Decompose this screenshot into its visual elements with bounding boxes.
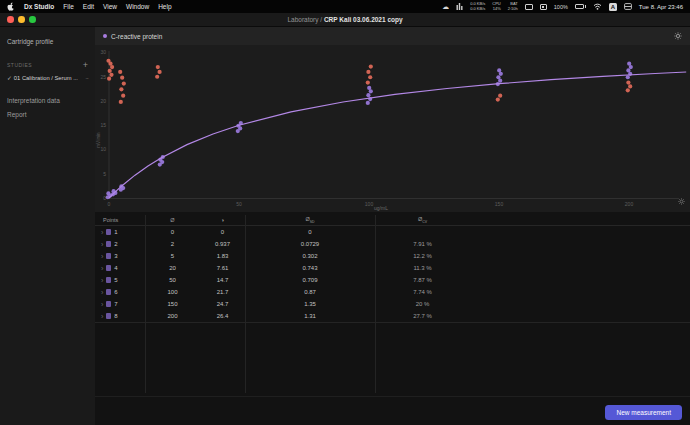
signal-value: 21.7 xyxy=(200,289,245,295)
column-rule xyxy=(375,215,376,393)
cv-value: 7.87 % xyxy=(375,277,470,283)
display-icon[interactable] xyxy=(525,4,533,10)
expand-chevron-icon[interactable]: › xyxy=(101,253,103,260)
menu-help[interactable]: Help xyxy=(158,3,171,10)
spaces-icon[interactable] xyxy=(624,3,632,11)
sd-value: 0.302 xyxy=(245,253,375,259)
calibration-curve xyxy=(109,72,686,198)
concentration-value: 150 xyxy=(145,301,200,307)
expand-chevron-icon[interactable]: › xyxy=(101,289,103,296)
point-cell[interactable]: ›3 xyxy=(95,253,145,260)
zoom-window-button[interactable] xyxy=(29,16,36,23)
point-cell[interactable]: ›4 xyxy=(95,265,145,272)
point-number: 3 xyxy=(114,253,117,259)
sidebar-item-report[interactable]: Report xyxy=(7,111,88,118)
axis-settings-gear-icon[interactable] xyxy=(678,191,685,209)
data-point-flagged xyxy=(121,94,125,98)
menu-view[interactable]: View xyxy=(103,3,117,10)
menu-edit[interactable]: Edit xyxy=(83,3,94,10)
equalizer-icon[interactable] xyxy=(456,3,463,11)
table-row[interactable]: ›610021.70.877.74 % xyxy=(95,286,690,298)
cpu-stats[interactable]: CPU 14% xyxy=(492,2,500,12)
expand-chevron-icon[interactable]: › xyxy=(101,229,103,236)
concentration-value: 0 xyxy=(145,229,200,235)
y-tick-label: 30 xyxy=(100,49,106,55)
data-point-accepted xyxy=(366,93,370,97)
expand-chevron-icon[interactable]: › xyxy=(101,301,103,308)
sd-value: 1.31 xyxy=(245,313,375,319)
data-point-flagged xyxy=(155,75,159,79)
table-row[interactable]: ›351.830.30212.2 % xyxy=(95,250,690,262)
check-icon: ✓ xyxy=(7,75,12,81)
table-row[interactable]: ›715024.71.3520 % xyxy=(95,298,690,310)
data-point-flagged xyxy=(106,59,110,63)
y-tick-label: 25 xyxy=(100,74,106,80)
cv-value: 7.91 % xyxy=(375,241,470,247)
data-point-accepted xyxy=(496,75,500,79)
sd-value: 0 xyxy=(245,229,375,235)
study-options-button[interactable]: ··· xyxy=(85,75,88,81)
new-measurement-button[interactable]: New measurement xyxy=(605,405,682,420)
expand-chevron-icon[interactable]: › xyxy=(101,265,103,272)
network-stats[interactable]: 0.0 KB/s 0.0 KB/s xyxy=(470,2,485,12)
app-menu-title[interactable]: Dx Studio xyxy=(24,3,54,10)
menu-window[interactable]: Window xyxy=(126,3,149,10)
sample-cartridge-icon xyxy=(106,241,111,247)
sample-cartridge-icon xyxy=(106,277,111,283)
window-manager-icon[interactable] xyxy=(540,4,547,10)
data-point-flagged xyxy=(122,81,126,85)
menu-file[interactable]: File xyxy=(63,3,73,10)
signal-value: 1.83 xyxy=(200,253,245,259)
table-row[interactable]: ›55014.70.7097.87 % xyxy=(95,274,690,286)
point-cell[interactable]: ›7 xyxy=(95,301,145,308)
wifi-icon[interactable] xyxy=(593,3,602,11)
concentration-value: 200 xyxy=(145,313,200,319)
data-point-accepted xyxy=(106,191,110,195)
concentration-value: 2 xyxy=(145,241,200,247)
sidebar-item-study-calibration[interactable]: ✓ 01 Calibration / Serum ... ··· xyxy=(7,75,88,81)
data-point-flagged xyxy=(626,80,630,84)
point-number: 7 xyxy=(114,301,117,307)
cloud-icon[interactable]: ☁ xyxy=(442,3,449,10)
sidebar-item-cartridge-profile[interactable]: Cartridge profile xyxy=(7,38,88,45)
point-cell[interactable]: ›8 xyxy=(95,313,145,320)
chart-settings-gear-icon[interactable] xyxy=(674,32,682,41)
point-cell[interactable]: ›5 xyxy=(95,277,145,284)
expand-chevron-icon[interactable]: › xyxy=(101,313,103,320)
input-source-badge[interactable]: A xyxy=(609,3,617,11)
apple-menu-icon[interactable] xyxy=(7,2,15,12)
close-window-button[interactable] xyxy=(7,16,14,23)
table-row[interactable]: ›220.9370.07297.91 % xyxy=(95,238,690,250)
legend-dot-icon xyxy=(103,34,107,38)
point-number: 4 xyxy=(114,265,117,271)
battery-icon[interactable] xyxy=(575,4,586,9)
signal-value: 0.937 xyxy=(200,241,245,247)
table-row[interactable]: ›4207.610.74311.3 % xyxy=(95,262,690,274)
breadcrumb-prefix: Laboratory / xyxy=(287,16,324,23)
concentration-value: 5 xyxy=(145,253,200,259)
battery-stats[interactable]: BAT 2:10h xyxy=(508,2,518,12)
calibration-chart-panel: C-reactive protein 051015202530050100150… xyxy=(95,27,690,212)
expand-chevron-icon[interactable]: › xyxy=(101,277,103,284)
add-study-button[interactable]: + xyxy=(83,62,88,68)
table-row[interactable]: ›1000 xyxy=(95,226,690,238)
menubar-status-items: ☁ 0.0 KB/s 0.0 KB/s CPU 14% BAT 2:10h 10… xyxy=(442,2,683,12)
y-tick-label: 20 xyxy=(100,98,106,104)
sd-value: 0.743 xyxy=(245,265,375,271)
point-cell[interactable]: ›2 xyxy=(95,241,145,248)
point-number: 2 xyxy=(114,241,117,247)
data-point-flagged xyxy=(496,97,500,101)
menubar-clock[interactable]: Tue 8. Apr 23:46 xyxy=(639,4,683,10)
data-point-accepted xyxy=(367,86,371,90)
main-content: C-reactive protein 051015202530050100150… xyxy=(95,27,690,425)
point-cell[interactable]: ›1 xyxy=(95,229,145,236)
sidebar-item-interpretation-data[interactable]: Interpretation data xyxy=(7,97,88,104)
column-rule xyxy=(245,215,246,393)
minimize-window-button[interactable] xyxy=(18,16,25,23)
point-cell[interactable]: ›6 xyxy=(95,289,145,296)
column-header-points: Points xyxy=(95,217,145,223)
expand-chevron-icon[interactable]: › xyxy=(101,241,103,248)
data-point-flagged xyxy=(369,64,373,68)
table-row[interactable]: ›820026.41.3127.7 % xyxy=(95,310,690,322)
sample-cartridge-icon xyxy=(106,289,111,295)
